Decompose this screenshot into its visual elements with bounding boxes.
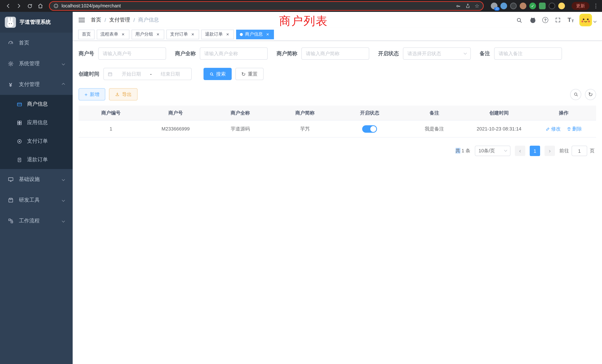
extension-icon[interactable]: 10: [491, 3, 497, 9]
page-number-button[interactable]: 1: [530, 146, 540, 156]
back-icon[interactable]: [4, 1, 13, 10]
search-icon[interactable]: [515, 16, 523, 24]
page-info-icon[interactable]: [53, 3, 59, 9]
sidebar: 芋道管理系统 首页 系统管理 ¥ 支付管理: [0, 12, 73, 364]
browser-update-button[interactable]: 更新: [572, 2, 589, 10]
page-size-select[interactable]: 10条/页: [475, 146, 510, 156]
goto-page-input[interactable]: [572, 146, 587, 156]
sidebar-item-infra[interactable]: 基础设施: [0, 169, 73, 190]
sidebar-item-merchant-info[interactable]: 商户信息: [0, 95, 73, 113]
merchant-no-input[interactable]: [98, 47, 166, 60]
avatar[interactable]: [579, 14, 592, 26]
create-time-label: 创建时间: [79, 71, 99, 77]
user-menu[interactable]: [579, 14, 596, 26]
tab-pay-order[interactable]: 支付订单×: [166, 30, 199, 39]
filter-row-2: 创建时间 开始日期 - 结束日期: [79, 68, 596, 80]
navbar-actions: ? TT: [515, 14, 596, 26]
prev-page-button[interactable]: ‹: [515, 146, 525, 156]
cell-remark: 我是备注: [402, 126, 467, 132]
col-actions: 操作: [531, 109, 596, 116]
next-page-button[interactable]: ›: [545, 146, 555, 156]
breadcrumb-payment[interactable]: 支付管理: [109, 17, 130, 23]
tab-user-group[interactable]: 用户分组×: [132, 30, 164, 39]
pagination: 共 1 条 10条/页 ‹ 1 › 前往 页: [79, 138, 596, 156]
close-icon[interactable]: ×: [155, 32, 161, 37]
remark-input[interactable]: [494, 47, 562, 60]
remark-label: 备注: [480, 50, 490, 57]
breadcrumb-home[interactable]: 首页: [91, 17, 101, 23]
browser-menu-icon[interactable]: ⋮: [593, 3, 598, 9]
close-icon[interactable]: ×: [120, 32, 126, 37]
export-button[interactable]: 导出: [109, 88, 138, 100]
status-toggle[interactable]: [362, 125, 377, 132]
tab-home[interactable]: 首页: [78, 30, 95, 39]
password-key-icon[interactable]: [456, 3, 461, 9]
caret-down-icon: [593, 20, 597, 23]
forward-icon[interactable]: [14, 1, 23, 10]
fullscreen-icon[interactable]: [554, 16, 562, 24]
cell-full-name: 芋道源码: [208, 126, 273, 132]
delete-link[interactable]: 删除: [567, 126, 582, 132]
sidebar-item-payment[interactable]: ¥ 支付管理: [0, 74, 73, 95]
col-merchant-no: 商户号: [143, 109, 208, 116]
extension-pinwheel-icon[interactable]: [549, 3, 555, 9]
navbar: 首页 / 支付管理 / 商户信息 ?: [73, 12, 602, 28]
edit-link[interactable]: 修改: [546, 126, 561, 132]
extension-check-icon[interactable]: ✓: [529, 3, 536, 9]
reload-icon[interactable]: [25, 1, 34, 10]
help-icon[interactable]: ?: [542, 17, 548, 23]
col-create-time: 创建时间: [467, 109, 531, 116]
extension-drop-icon[interactable]: [500, 3, 507, 9]
plus-icon: +: [85, 92, 87, 97]
merchant-table: 商户编号 商户号 商户全称 商户简称 开启状态 备注 创建时间 操作 1 M23…: [79, 106, 596, 138]
close-icon[interactable]: ×: [265, 32, 270, 37]
share-icon[interactable]: [465, 3, 471, 9]
sidebar-item-devtools[interactable]: 研发工具: [0, 190, 73, 211]
url-text: localhost:1024/pay/merchant: [62, 3, 121, 9]
refresh-icon: ↻: [241, 71, 246, 76]
refresh-table-icon[interactable]: ↻: [585, 89, 596, 100]
merchant-no-label: 商户号: [79, 50, 94, 57]
table-header: 商户编号 商户号 商户全称 商户简称 开启状态 备注 创建时间 操作: [79, 106, 596, 120]
home-icon[interactable]: [36, 1, 45, 10]
github-icon[interactable]: [529, 16, 537, 24]
short-name-input[interactable]: [301, 47, 369, 60]
extension-dark-icon[interactable]: [510, 3, 517, 9]
target-icon: [16, 138, 23, 144]
profile-avatar-icon[interactable]: [520, 3, 526, 9]
sidebar-item-workflow[interactable]: 工作流程: [0, 211, 73, 231]
full-name-input[interactable]: [200, 47, 268, 60]
address-bar[interactable]: localhost:1024/pay/merchant ☆: [49, 1, 484, 11]
date-range-picker[interactable]: 开始日期 - 结束日期: [103, 68, 192, 80]
toggle-search-icon[interactable]: [570, 89, 581, 100]
gear-icon: [7, 61, 14, 67]
sidebar-item-pay-order[interactable]: 支付订单: [0, 132, 73, 150]
col-short-name: 商户简称: [273, 109, 337, 116]
sidebar-item-system[interactable]: 系统管理: [0, 53, 73, 74]
extension-emoji-icon[interactable]: [558, 3, 565, 9]
add-button[interactable]: + 新增: [79, 88, 105, 100]
extension-green-icon[interactable]: [539, 3, 546, 9]
cell-short-name: 芋艿: [273, 126, 337, 132]
sidebar-item-app-info[interactable]: 应用信息: [0, 113, 73, 132]
table-row: 1 M233666999 芋道源码 芋艿 我是备注 2021-10-23 08:…: [79, 120, 596, 138]
reset-button[interactable]: ↻ 重置: [235, 68, 263, 80]
tab-refund-order[interactable]: 退款订单×: [201, 30, 234, 39]
close-icon[interactable]: ×: [190, 32, 195, 37]
bookmark-star-icon[interactable]: ☆: [475, 3, 479, 9]
close-icon[interactable]: ×: [225, 32, 230, 37]
main-area: 商户列表 首页 / 支付管理 / 商户信息 ?: [73, 12, 602, 364]
status-select[interactable]: 请选择开启状态: [403, 47, 471, 60]
search-button[interactable]: 搜索: [204, 68, 232, 80]
logo: 芋道管理系统: [0, 12, 73, 33]
sidebar-fold-icon[interactable]: [79, 18, 85, 22]
sidebar-item-home[interactable]: 首页: [0, 33, 73, 53]
document-icon: [16, 157, 23, 163]
tab-merchant-info[interactable]: 商户信息×: [236, 30, 274, 39]
cell-merchant-no: M233666999: [143, 126, 208, 132]
tab-process-form[interactable]: 流程表单×: [97, 30, 129, 39]
sidebar-item-refund-order[interactable]: 退款订单: [0, 150, 73, 169]
font-size-icon[interactable]: TT: [568, 17, 574, 23]
short-name-label: 商户简称: [277, 50, 297, 57]
breadcrumb-separator: /: [105, 17, 106, 23]
